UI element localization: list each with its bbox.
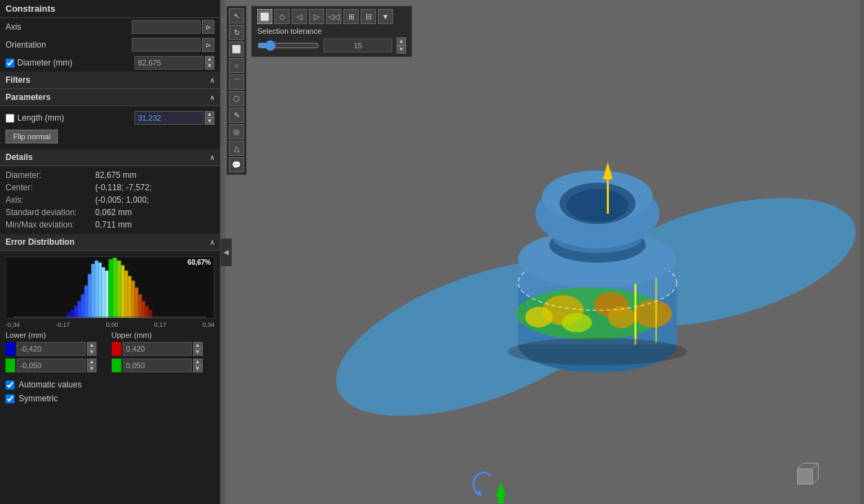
- x-label-1: -0,17: [56, 321, 70, 328]
- tool-rotate[interactable]: ↻: [229, 25, 244, 40]
- tool-rect-select[interactable]: ⬜: [229, 41, 244, 57]
- collapse-panel-button[interactable]: ◀: [221, 239, 232, 266]
- diameter-row: Diameter (mm) ▲ ▼: [0, 54, 220, 72]
- axis-go-button[interactable]: ⊳: [202, 20, 214, 34]
- upper2-spinner: ▲ ▼: [193, 359, 203, 372]
- svg-rect-11: [98, 263, 101, 318]
- tool-paint[interactable]: ✎: [229, 108, 244, 123]
- sel-grid-btn[interactable]: ⊟: [361, 9, 376, 24]
- tool-eraser[interactable]: ◎: [229, 124, 244, 139]
- upper-mm-label: Upper (mm): [112, 331, 215, 339]
- histogram-svg: [6, 257, 214, 318]
- lower2-input[interactable]: [17, 359, 86, 372]
- lower1-down[interactable]: ▼: [87, 349, 97, 356]
- tool-row-main: ⬜ ◇ ◁ ▷ ◁◁ ⊞ ⊟ ▼: [257, 9, 406, 24]
- orientation-label: Orientation: [6, 40, 46, 50]
- lower2-down[interactable]: ▼: [87, 365, 97, 372]
- tool-comment[interactable]: 💬: [229, 157, 244, 172]
- tolerance-down[interactable]: ▼: [396, 46, 406, 54]
- detail-diameter-label: Diameter:: [6, 170, 95, 180]
- detail-minmax-label: Min/Max deviation:: [6, 220, 95, 230]
- svg-rect-6: [81, 294, 84, 318]
- tolerance-up[interactable]: ▲: [396, 37, 406, 46]
- svg-rect-3: [70, 310, 74, 318]
- diameter-checkbox[interactable]: [6, 59, 14, 68]
- lower2-spinner: ▲ ▼: [87, 359, 97, 372]
- tolerance-slider[interactable]: [257, 41, 319, 50]
- svg-rect-21: [135, 288, 139, 318]
- upper1-input[interactable]: [123, 342, 192, 356]
- x-label-4: 0,34: [202, 321, 214, 328]
- diameter-down[interactable]: ▼: [205, 63, 214, 70]
- parameters-section-header[interactable]: Parameters ∧: [0, 89, 220, 106]
- svg-point-53: [508, 338, 687, 365]
- sel-cross-btn[interactable]: ⊞: [343, 9, 359, 24]
- 3d-viewport-svg: [221, 0, 864, 504]
- details-section-header[interactable]: Details ∧: [0, 149, 220, 166]
- lower1-up[interactable]: ▲: [87, 342, 97, 349]
- side-toolbar: ↖ ↻ ⬜ ○ ⌒ ⬡ ✎ ◎ △ 💬: [226, 6, 247, 175]
- details-chevron: ∧: [210, 154, 214, 161]
- detail-std-dev-label: Standard deviation:: [6, 208, 95, 217]
- detail-center: Center: (-0,118; -7,572;: [6, 181, 214, 194]
- lower2-up[interactable]: ▲: [87, 359, 97, 365]
- upper2-input[interactable]: [123, 359, 192, 372]
- lower1-spinner: ▲ ▼: [87, 342, 97, 356]
- sel-back-btn[interactable]: ◁: [292, 9, 307, 24]
- upper2-down[interactable]: ▼: [193, 365, 203, 372]
- upper1-group: ▲ ▼: [112, 342, 215, 356]
- sel-rect-btn[interactable]: ⬜: [257, 9, 272, 24]
- collapse-arrow-icon: ◀: [223, 248, 229, 256]
- length-input[interactable]: [134, 111, 203, 125]
- orientation-input[interactable]: [132, 38, 201, 52]
- svg-rect-15: [113, 258, 117, 318]
- sel-tolerance-controls: ▲ ▼: [257, 37, 406, 54]
- axis-label: Axis: [6, 22, 21, 32]
- detail-axis-value: (-0,005; 1,000;: [95, 195, 214, 205]
- orientation-go-button[interactable]: ⊳: [202, 38, 214, 52]
- flip-normal-button[interactable]: Flip normal: [6, 130, 58, 143]
- filters-section-header[interactable]: Filters ∧: [0, 72, 220, 89]
- tool-lasso[interactable]: ⌒: [229, 74, 244, 90]
- svg-rect-13: [105, 271, 108, 318]
- tool-circle-select[interactable]: ○: [229, 58, 244, 73]
- tool-polygon[interactable]: ⬡: [229, 91, 244, 106]
- auto-values-checkbox[interactable]: [6, 381, 14, 390]
- details-label: Details: [6, 152, 32, 162]
- diameter-input-group: ▲ ▼: [134, 56, 214, 70]
- length-input-group: ▲ ▼: [134, 111, 214, 125]
- symmetric-checkbox[interactable]: [6, 394, 14, 403]
- tolerance-value-input[interactable]: [323, 39, 392, 52]
- symmetric-row: Symmetric: [0, 392, 220, 405]
- diameter-input[interactable]: [134, 56, 203, 70]
- x-label-2: 0,00: [106, 321, 119, 328]
- upper1-down[interactable]: ▼: [193, 349, 203, 356]
- length-down[interactable]: ▼: [205, 118, 214, 125]
- lower1-input[interactable]: [17, 342, 86, 356]
- length-row: Length (mm) ▲ ▼: [0, 109, 220, 127]
- length-checkbox[interactable]: [6, 114, 14, 123]
- svg-rect-19: [128, 276, 132, 318]
- bounds-section: Lower (mm) Upper (mm) ▲ ▼ ▲: [0, 328, 220, 378]
- histogram: 60,67%: [6, 256, 214, 319]
- details-content: Diameter: 82,675 mm Center: (-0,118; -7,…: [0, 166, 220, 234]
- svg-point-38: [525, 307, 553, 327]
- upper1-up[interactable]: ▲: [193, 342, 203, 349]
- upper2-up[interactable]: ▲: [193, 359, 203, 365]
- length-up[interactable]: ▲: [205, 111, 214, 118]
- detail-diameter: Diameter: 82,675 mm: [6, 169, 214, 181]
- sel-dropdown-btn[interactable]: ▼: [378, 9, 393, 24]
- axis-input[interactable]: [132, 20, 201, 34]
- error-dist-section-header[interactable]: Error Distribution ∧: [0, 234, 220, 251]
- filters-label: Filters: [6, 75, 30, 85]
- lower-mm-label: Lower (mm): [6, 331, 109, 339]
- sel-skip-btn[interactable]: ◁◁: [326, 9, 341, 24]
- sel-arrow-btn[interactable]: ◇: [274, 9, 290, 24]
- detail-center-label: Center:: [6, 183, 95, 192]
- diameter-up[interactable]: ▲: [205, 56, 214, 63]
- sel-fwd-btn[interactable]: ▷: [309, 9, 324, 24]
- orientation-row: Orientation ⊳: [0, 36, 220, 54]
- tool-measure[interactable]: △: [229, 141, 244, 156]
- tool-select[interactable]: ↖: [229, 8, 244, 23]
- svg-rect-5: [77, 301, 81, 318]
